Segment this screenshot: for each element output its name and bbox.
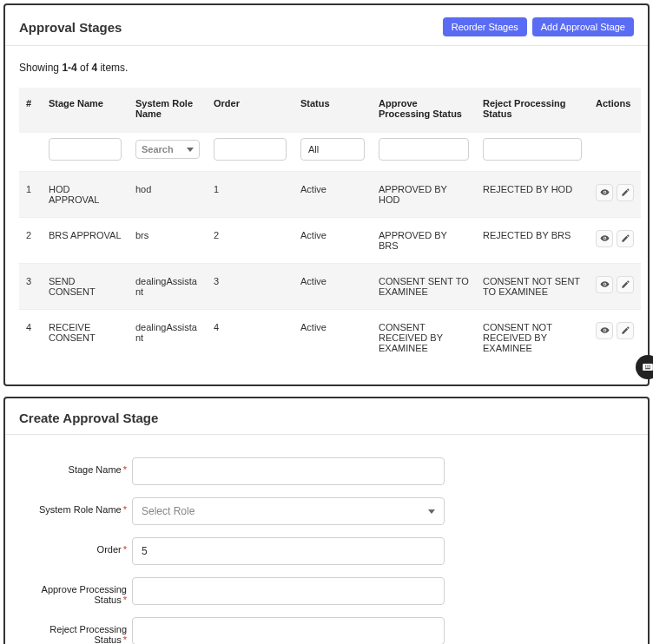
cell-index: 4 bbox=[19, 310, 42, 366]
edit-button[interactable] bbox=[617, 322, 634, 339]
cell-status: Active bbox=[294, 172, 372, 218]
filter-reject-status-input[interactable] bbox=[483, 138, 582, 161]
cell-order: 3 bbox=[207, 264, 294, 310]
eye-icon bbox=[600, 279, 610, 291]
cell-order: 1 bbox=[207, 172, 294, 218]
col-stage-name[interactable]: Stage Name bbox=[42, 88, 129, 133]
create-approval-stage-panel: Create Approval Stage Stage Name* System… bbox=[3, 397, 650, 644]
result-summary: Showing 1-4 of 4 items. bbox=[19, 62, 634, 74]
col-system-role[interactable]: System Role Name bbox=[129, 88, 207, 133]
keyboard-icon bbox=[642, 361, 653, 373]
form-panel-header: Create Approval Stage bbox=[5, 398, 648, 435]
cell-approve-status: APPROVED BY BRS bbox=[372, 218, 476, 264]
cell-approve-status: CONSENT RECEIVED BY EXAMINEE bbox=[372, 310, 476, 366]
cell-actions bbox=[589, 264, 641, 310]
cell-order: 4 bbox=[207, 310, 294, 366]
pencil-icon bbox=[621, 187, 630, 199]
view-button[interactable] bbox=[596, 322, 613, 339]
pencil-icon bbox=[621, 233, 630, 245]
cell-order: 2 bbox=[207, 218, 294, 264]
view-button[interactable] bbox=[596, 230, 613, 247]
cell-status: Active bbox=[294, 310, 372, 366]
pencil-icon bbox=[621, 279, 630, 291]
cell-approve-status: APPROVED BY HOD bbox=[372, 172, 476, 218]
col-approve-status[interactable]: Approve Processing Status bbox=[372, 88, 476, 133]
cell-status: Active bbox=[294, 218, 372, 264]
cell-stage-name: HOD APPROVAL bbox=[42, 172, 129, 218]
cell-reject-status: CONSENT NOT RECEIVED BY EXAMINEE bbox=[476, 310, 589, 366]
filter-stage-name-input[interactable] bbox=[49, 138, 122, 161]
cell-system-role: dealingAssistant bbox=[129, 264, 207, 310]
add-approval-stage-button[interactable]: Add Approval Stage bbox=[532, 17, 634, 36]
col-order[interactable]: Order bbox=[207, 88, 294, 133]
reorder-stages-button[interactable]: Reorder Stages bbox=[443, 17, 527, 36]
reject-processing-status-input[interactable] bbox=[132, 617, 445, 644]
cell-reject-status: REJECTED BY BRS bbox=[476, 218, 589, 264]
table-head-row: # Stage Name System Role Name Order Stat… bbox=[19, 88, 641, 133]
stage-name-input[interactable] bbox=[132, 457, 445, 485]
filter-system-role-select[interactable]: Search bbox=[135, 140, 200, 159]
cell-stage-name: BRS APPROVAL bbox=[42, 218, 129, 264]
table-row: 1HOD APPROVALhod1ActiveAPPROVED BY HODRE… bbox=[19, 172, 641, 218]
cell-system-role: brs bbox=[129, 218, 207, 264]
label-system-role: System Role Name* bbox=[19, 497, 132, 515]
table-row: 3SEND CONSENTdealingAssistant3ActiveCONS… bbox=[19, 264, 641, 310]
cell-reject-status: CONSENT NOT SENT TO EXAMINEE bbox=[476, 264, 589, 310]
edit-button[interactable] bbox=[617, 276, 634, 293]
cell-index: 1 bbox=[19, 172, 42, 218]
edit-button[interactable] bbox=[617, 230, 634, 247]
cell-approve-status: CONSENT SENT TO EXAMINEE bbox=[372, 264, 476, 310]
approval-stages-table: # Stage Name System Role Name Order Stat… bbox=[19, 88, 641, 365]
table-row: 4RECEIVE CONSENTdealingAssistant4ActiveC… bbox=[19, 310, 641, 366]
filter-order-input[interactable] bbox=[214, 138, 287, 161]
system-role-select[interactable]: Select Role bbox=[132, 497, 445, 525]
chevron-down-icon bbox=[187, 148, 194, 152]
cell-stage-name: RECEIVE CONSENT bbox=[42, 310, 129, 366]
cell-system-role: dealingAssistant bbox=[129, 310, 207, 366]
col-status[interactable]: Status bbox=[294, 88, 372, 133]
panel-header: Approval Stages Reorder Stages Add Appro… bbox=[5, 5, 648, 46]
filter-approve-status-input[interactable] bbox=[379, 138, 469, 161]
cell-actions bbox=[589, 310, 641, 366]
col-reject-status[interactable]: Reject Processing Status bbox=[476, 88, 589, 133]
table-filter-row: Search bbox=[19, 133, 641, 172]
panel-header-actions: Reorder Stages Add Approval Stage bbox=[443, 17, 634, 36]
col-actions: Actions bbox=[589, 88, 641, 133]
pencil-icon bbox=[621, 325, 630, 337]
chevron-down-icon bbox=[428, 509, 435, 514]
cell-system-role: hod bbox=[129, 172, 207, 218]
label-stage-name: Stage Name* bbox=[19, 457, 132, 475]
table-row: 2BRS APPROVALbrs2ActiveAPPROVED BY BRSRE… bbox=[19, 218, 641, 264]
approve-processing-status-input[interactable] bbox=[132, 577, 445, 605]
panel-body: Showing 1-4 of 4 items. # Stage Name Sys… bbox=[5, 46, 648, 384]
label-reject-status: Reject Processing Status* bbox=[19, 617, 132, 644]
cell-actions bbox=[589, 218, 641, 264]
eye-icon bbox=[600, 325, 610, 337]
cell-stage-name: SEND CONSENT bbox=[42, 264, 129, 310]
cell-reject-status: REJECTED BY HOD bbox=[476, 172, 589, 218]
view-button[interactable] bbox=[596, 276, 613, 293]
cell-actions bbox=[589, 172, 641, 218]
keyboard-fab-button[interactable] bbox=[636, 355, 653, 379]
label-approve-status: Approve Processing Status* bbox=[19, 577, 132, 605]
view-button[interactable] bbox=[596, 184, 613, 201]
panel-title: Approval Stages bbox=[19, 20, 122, 35]
order-input[interactable] bbox=[132, 537, 445, 565]
label-order: Order* bbox=[19, 537, 132, 555]
eye-icon bbox=[600, 187, 610, 199]
cell-index: 3 bbox=[19, 264, 42, 310]
edit-button[interactable] bbox=[617, 184, 634, 201]
form-panel-body: Stage Name* System Role Name* Select Rol… bbox=[5, 435, 648, 644]
filter-status-select[interactable] bbox=[300, 138, 365, 161]
cell-status: Active bbox=[294, 264, 372, 310]
form-panel-title: Create Approval Stage bbox=[19, 411, 158, 425]
cell-index: 2 bbox=[19, 218, 42, 264]
col-index[interactable]: # bbox=[19, 88, 42, 133]
eye-icon bbox=[600, 233, 610, 245]
approval-stages-panel: Approval Stages Reorder Stages Add Appro… bbox=[3, 3, 650, 386]
